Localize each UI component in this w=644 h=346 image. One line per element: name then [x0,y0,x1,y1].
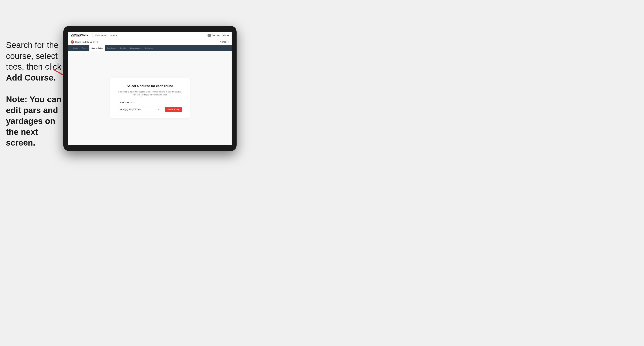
tab-results[interactable]: Results [118,45,128,51]
top-nav: SCOREBOARD Powered by clippd TOURNAMENTS… [68,32,232,39]
tee-chevron-icon[interactable]: ⌄ [160,109,161,110]
tee-select-dropdown[interactable]: Gold (M) (M) (7010 yds) ✕ ⌄ [118,107,163,112]
tab-navigation: Details Teams Course Setup Tee Groups Re… [68,45,232,51]
sign-out-link[interactable]: Sign out [223,34,229,36]
nav-links: TOURNAMENTS TEAMS [92,34,207,36]
course-card: Select a course for each round Search fo… [110,78,190,118]
logo-area: SCOREBOARD Powered by clippd [71,34,88,37]
tournament-icon: C [71,40,74,43]
tab-course-setup[interactable]: Course Setup [90,45,105,51]
tablet-screen: SCOREBOARD Powered by clippd TOURNAMENTS… [68,32,232,145]
nav-teams[interactable]: TEAMS [110,34,117,36]
card-description: Search for a course and select a tee. Yo… [118,90,182,96]
user-name: Test User [212,34,220,36]
tournament-header: C Clippd Invitational (Men) Cancel ✕ [68,39,232,45]
tab-details[interactable]: Details [71,45,80,51]
tee-clear-icon[interactable]: ✕ [158,109,159,110]
tab-tee-groups[interactable]: Tee Groups [105,45,118,51]
tab-printables[interactable]: Printables [144,45,155,51]
tee-select-row: Gold (M) (M) (7010 yds) ✕ ⌄ Add Course [118,107,182,112]
logo-sub: Powered by clippd [71,36,88,37]
tournament-name: Clippd Invitational [75,41,92,43]
tee-select-controls: ✕ ⌄ [158,109,161,110]
tee-select-value: Gold (M) (M) (7010 yds) [120,108,142,111]
cancel-button[interactable]: Cancel ✕ [220,41,229,43]
tab-leaderboards[interactable]: Leaderboards [128,45,144,51]
card-title: Select a course for each round [118,84,182,88]
add-course-button[interactable]: Add Course [165,107,182,112]
tournament-gender: (Men) [93,41,98,43]
nav-separator: | [221,34,222,36]
nav-right: T Test User | Sign out [208,34,229,37]
course-search-input[interactable] [118,100,182,105]
user-avatar: T [208,34,211,37]
nav-tournaments[interactable]: TOURNAMENTS [92,34,107,36]
main-content: Select a course for each round Search fo… [68,51,232,145]
tab-teams[interactable]: Teams [80,45,90,51]
tablet-device: SCOREBOARD Powered by clippd TOURNAMENTS… [63,26,236,151]
logo-text: SCOREBOARD [71,34,88,36]
annotation-text: Search for the course, select tees, then… [6,40,62,148]
